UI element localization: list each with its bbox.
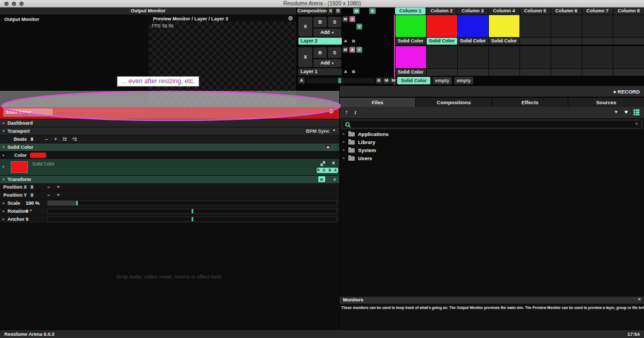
clip-label[interactable] (520, 38, 551, 45)
rotation-value[interactable]: 0 ° (26, 208, 32, 214)
bpm-sync-dropdown[interactable]: BPM Sync (306, 128, 330, 134)
column-header-8[interactable]: Column 8 (613, 8, 644, 15)
layer-crossfade-a-button[interactable]: A (344, 69, 347, 74)
composition-solo-button[interactable]: S (369, 8, 376, 14)
tree-row-applications[interactable]: ▸ Applications (340, 130, 644, 138)
layer-crossfade-b-button[interactable]: B (352, 39, 355, 44)
rgba-channel-buttons[interactable]: R G B A (317, 168, 338, 173)
clip-cell[interactable] (520, 46, 551, 76)
layer-clear-button[interactable]: X (298, 17, 312, 37)
hamburger-menu-icon[interactable]: ≡ (333, 177, 336, 182)
decrement-button[interactable]: – (47, 184, 50, 190)
layer-crossfade-b-button[interactable]: B (352, 69, 355, 74)
clip-thumbnail[interactable] (520, 15, 551, 37)
clip-cell[interactable] (427, 46, 457, 76)
scale-value[interactable]: 100 % (26, 200, 40, 206)
tab-files[interactable]: Files (340, 98, 415, 107)
clip-cell[interactable] (458, 46, 488, 76)
crossfader-a-button[interactable]: A (298, 77, 305, 84)
clip-label[interactable] (582, 38, 613, 45)
clip-label[interactable] (551, 69, 582, 76)
deck-tab-solid-color[interactable]: Solid Color (397, 77, 430, 84)
disclosure-icon[interactable]: ▸ (343, 140, 345, 144)
beats-double-button[interactable]: *2 (72, 136, 77, 142)
rotation-slider[interactable] (47, 208, 337, 214)
crossfader-m2-button[interactable]: M (390, 77, 397, 84)
clip-label[interactable]: Solid Color (396, 38, 426, 45)
clip-cell[interactable] (613, 46, 644, 76)
transform-section-header[interactable]: ▾ Transform R ≡ (0, 176, 339, 183)
composition-bypass-tab[interactable]: B (335, 8, 341, 15)
clip-label[interactable] (613, 69, 644, 76)
expand-icon[interactable] (320, 161, 325, 166)
layer-name-field[interactable]: Layer 2 (298, 38, 342, 45)
disclosure-icon[interactable]: ▾ (3, 145, 5, 149)
layer-video-button[interactable]: V (356, 47, 362, 53)
clip-thumbnail[interactable] (489, 46, 519, 68)
deck-tab-empty-2[interactable]: empty (454, 77, 473, 84)
clip-thumbnail[interactable] (551, 46, 582, 68)
increment-button[interactable]: + (57, 192, 60, 198)
column-header-2[interactable]: Column 2 (426, 8, 457, 15)
clip-label[interactable] (551, 38, 582, 45)
disclosure-icon[interactable]: ▸ (3, 201, 5, 205)
clear-search-icon[interactable]: × (635, 121, 638, 127)
clip-thumbnail[interactable] (458, 15, 488, 37)
tree-row-users[interactable]: ▸ Users (340, 154, 644, 162)
up-directory-icon[interactable]: ↑ (345, 109, 348, 115)
clip-cell[interactable]: Solid Color (489, 15, 519, 45)
slider-handle[interactable] (192, 209, 193, 213)
clip-thumbnail[interactable] (551, 15, 582, 37)
clip-thumbnail[interactable] (427, 46, 457, 68)
crossfader-m1-button[interactable]: M (383, 77, 390, 84)
layer-audio-button[interactable]: A (349, 16, 355, 22)
beats-increment-button[interactable]: + (54, 136, 57, 142)
disclosure-icon[interactable]: ▸ (343, 156, 345, 160)
clip-thumbnail[interactable] (489, 15, 519, 37)
column-header-3[interactable]: Column 3 (457, 8, 488, 15)
crossfader-b-button[interactable]: B (376, 77, 382, 84)
clip-cell[interactable] (489, 46, 519, 76)
tab-compositions[interactable]: Compositions (416, 98, 492, 107)
clip-cell[interactable] (551, 46, 582, 76)
transport-section-header[interactable]: ▾ Transport BPM Sync ▼ (0, 127, 339, 135)
clip-thumbnail[interactable] (613, 15, 644, 37)
clip-cell[interactable] (551, 15, 582, 45)
clip-label[interactable] (582, 69, 613, 76)
clip-label[interactable]: Solid Color (427, 38, 457, 45)
clip-cell[interactable] (613, 15, 644, 45)
clip-thumbnail[interactable] (427, 15, 457, 37)
tab-effects[interactable]: Effects (492, 98, 568, 107)
deck-tab-empty-1[interactable]: empty (433, 77, 452, 84)
tree-row-library[interactable]: ▸ Library (340, 138, 644, 146)
position-x-value[interactable]: 0 (31, 184, 33, 190)
layer-mute-button[interactable]: M (342, 16, 348, 22)
clip-thumbnail[interactable] (582, 15, 613, 37)
column-header-7[interactable]: Column 7 (582, 8, 613, 15)
solid-color-section-header[interactable]: ▾ Solid Color R (0, 143, 339, 151)
composition-close-tab[interactable]: X (327, 8, 334, 15)
dashboard-section-header[interactable]: ▸ Dashboard (0, 119, 339, 127)
disclosure-icon[interactable]: ▸ (3, 217, 5, 221)
disclosure-icon[interactable]: ▾ (3, 177, 5, 182)
clip-thumbnail[interactable] (396, 15, 426, 37)
layer-mute-button[interactable]: M (342, 47, 348, 53)
layer-bypass-button[interactable]: B (313, 47, 327, 58)
disclosure-icon[interactable]: ▾ (3, 129, 5, 133)
clip-label[interactable]: Solid Color (458, 38, 488, 45)
anchor-slider[interactable] (47, 217, 337, 222)
beats-halve-button[interactable]: /2 (63, 136, 67, 142)
clip-cell[interactable]: Solid Color (396, 15, 426, 45)
clip-label[interactable] (458, 69, 488, 76)
preview-settings-gear-icon[interactable]: ⚙ (288, 16, 293, 21)
clip-cell[interactable] (582, 46, 613, 76)
chevron-down-icon[interactable]: ▼ (332, 128, 336, 132)
layer-audio-button[interactable]: A (349, 47, 355, 53)
disclosure-icon[interactable]: ▸ (3, 164, 5, 169)
disclosure-icon[interactable]: ▸ (3, 209, 5, 213)
reset-button[interactable]: R (318, 176, 325, 182)
disclosure-icon[interactable]: ▸ (343, 132, 345, 136)
clip-name-field[interactable]: Solid Color (3, 109, 53, 117)
crossfader-handle[interactable] (338, 78, 341, 83)
clip-thumbnail[interactable] (396, 46, 426, 68)
